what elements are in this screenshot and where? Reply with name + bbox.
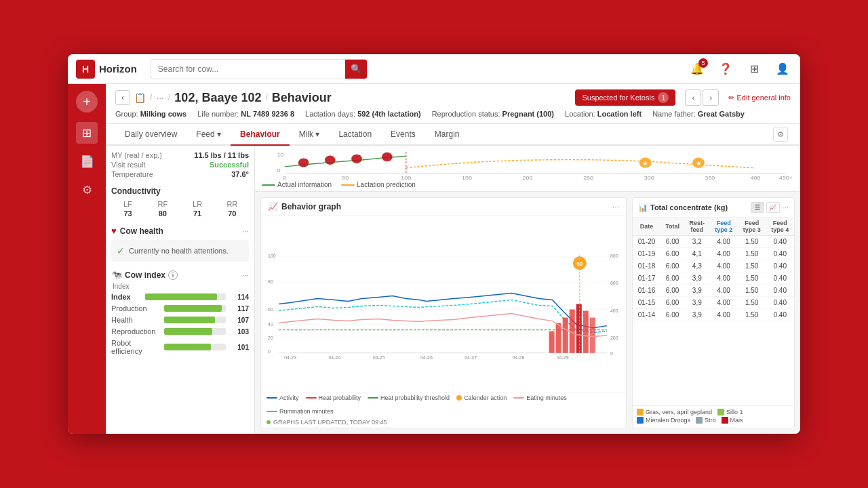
svg-rect-50 <box>576 304 582 353</box>
svg-text:450+: 450+ <box>779 175 793 181</box>
tab-daily-overview[interactable]: Daily overview <box>115 124 186 146</box>
svg-text:800: 800 <box>610 253 618 258</box>
visit-result-value: Successful <box>210 161 249 169</box>
behavior-svg: 100 80 60 40 20 0 800 600 400 <box>267 219 620 389</box>
col-feed-type3: Feedtype 3 <box>738 218 766 236</box>
cow-health-icon: ♥ <box>111 226 117 236</box>
svg-rect-46 <box>549 331 555 353</box>
table-row: 01-156.003,94.001.500.40 <box>633 297 794 309</box>
svg-text:04-29: 04-29 <box>557 355 569 360</box>
graphs-area: 📈 Behavior graph ··· 100 80 <box>255 192 800 434</box>
user-button[interactable]: 👤 <box>773 60 792 79</box>
svg-text:600: 600 <box>610 281 618 285</box>
search-input[interactable] <box>151 64 345 74</box>
tab-feed[interactable]: Feed ▾ <box>186 124 231 146</box>
tab-behaviour[interactable]: Behaviour <box>231 124 290 146</box>
svg-point-15 <box>325 156 336 165</box>
settings-icon[interactable]: ⚙ <box>773 127 788 142</box>
breadcrumb-more[interactable]: ··· <box>156 92 164 103</box>
svg-text:04-28: 04-28 <box>512 355 524 360</box>
my-label: MY (real / exp.) <box>111 151 162 159</box>
svg-text:350: 350 <box>705 175 715 181</box>
index-row-main: Index 114 <box>111 293 249 301</box>
index-col-header: Index <box>111 283 249 290</box>
graph-legend: Activity Heat probability Heat probabili… <box>261 392 626 418</box>
tab-events[interactable]: Events <box>381 124 425 146</box>
cow-index-info-icon[interactable]: i <box>168 270 178 280</box>
sidebar: + ⊞ 📄 ⚙ <box>68 84 106 434</box>
logo[interactable]: H Horizon <box>76 60 137 79</box>
tab-milk[interactable]: Milk ▾ <box>290 124 330 146</box>
conductivity-grid: LF RF LR RR 73 80 71 70 <box>111 200 249 218</box>
cond-rr-value: 70 <box>216 209 249 218</box>
index-row-production: Production 117 <box>111 304 249 312</box>
section-title: Behaviour <box>272 91 332 105</box>
chart-view-button[interactable]: 📈 <box>766 202 780 213</box>
graph-icon: 📈 <box>268 202 278 211</box>
cond-rf-label: RF <box>146 200 179 208</box>
help-button[interactable]: ❓ <box>716 60 735 79</box>
health-status: ✓ Currently no health attentions. <box>111 240 249 262</box>
update-dot <box>267 420 271 424</box>
sidebar-item-document[interactable]: 📄 <box>76 150 98 172</box>
svg-text:100: 100 <box>268 253 276 258</box>
breadcrumb-back[interactable]: ‹ <box>115 90 130 105</box>
col-rest-feed: Rest-feed <box>684 218 709 236</box>
svg-text:400: 400 <box>751 175 761 181</box>
svg-text:04-24: 04-24 <box>328 355 340 360</box>
table-view-button[interactable]: ☰ <box>751 202 764 213</box>
cond-rf-value: 80 <box>146 209 179 218</box>
logo-icon: H <box>76 60 95 79</box>
my-value: 11.5 lbs / 11 lbs <box>194 151 249 159</box>
behavior-graph-card: 📈 Behavior graph ··· 100 80 <box>260 197 627 428</box>
svg-rect-48 <box>563 318 568 353</box>
notifications-button[interactable]: 🔔 5 <box>688 60 707 79</box>
svg-point-17 <box>382 152 393 161</box>
table-row: 01-176.003,94.001.500.40 <box>633 272 794 285</box>
lactation-chart: 0 50 100 150 200 250 300 350 400 450+ <box>262 148 793 181</box>
svg-text:0: 0 <box>277 167 280 173</box>
tab-lactation[interactable]: Lactation <box>329 124 381 146</box>
graph-update: GRAPHS LAST UPDATED, TODAY 09:45 <box>261 418 626 428</box>
prev-cow-button[interactable]: ‹ <box>685 89 701 106</box>
cow-health-menu[interactable]: ··· <box>242 226 249 236</box>
cow-index-menu[interactable]: ··· <box>242 270 249 280</box>
svg-text:04-26: 04-26 <box>420 355 433 360</box>
next-cow-button[interactable]: › <box>703 89 719 106</box>
notifications-badge: 5 <box>698 58 708 68</box>
svg-text:60: 60 <box>268 307 273 312</box>
svg-text:20: 20 <box>268 336 273 340</box>
svg-rect-47 <box>556 323 561 353</box>
svg-text:150: 150 <box>462 175 472 181</box>
search-bar[interactable]: 🔍 <box>151 59 368 79</box>
behavior-graph-menu[interactable]: ··· <box>612 202 619 211</box>
sidebar-item-grid[interactable]: ⊞ <box>76 122 98 144</box>
table-row: 01-146.003,94.001.500.40 <box>633 309 794 321</box>
cow-health-title: ♥ Cow health <box>111 226 163 236</box>
svg-text:0: 0 <box>268 349 271 354</box>
index-row-robot: Robot efficiency 101 <box>111 339 249 355</box>
edit-general-info-button[interactable]: ✏ Edit general info <box>728 94 791 102</box>
apps-button[interactable]: ⊞ <box>745 60 764 79</box>
add-button[interactable]: + <box>76 91 98 113</box>
table-row: 01-206.003,24.001.500.40 <box>633 236 794 248</box>
concentrate-table: Date Total Rest-feed Feedtype 2 Feedtype… <box>633 218 794 405</box>
tab-margin[interactable]: Margin <box>425 124 469 146</box>
left-panel: MY (real / exp.) 11.5 lbs / 11 lbs Visit… <box>106 146 255 434</box>
ketosis-badge[interactable]: Suspected for Ketosis 1 <box>575 89 675 106</box>
concentrate-menu[interactable]: ··· <box>782 203 789 212</box>
cond-lf-label: LF <box>111 200 144 208</box>
svg-rect-52 <box>590 318 595 353</box>
svg-text:400: 400 <box>610 308 618 313</box>
index-row-reproduction: Reproduction 103 <box>111 327 249 336</box>
health-check-icon: ✓ <box>117 245 125 256</box>
search-button[interactable]: 🔍 <box>345 59 367 79</box>
temperature-value: 37.6° <box>231 170 249 178</box>
svg-text:300: 300 <box>644 175 654 181</box>
svg-text:200: 200 <box>610 336 618 340</box>
col-date: Date <box>633 218 660 236</box>
cow-name: 102, Baaye 102 <box>174 91 261 105</box>
sidebar-item-settings[interactable]: ⚙ <box>76 179 98 201</box>
cow-index-icon: 🐄 <box>111 270 122 280</box>
svg-text:10: 10 <box>277 151 283 157</box>
